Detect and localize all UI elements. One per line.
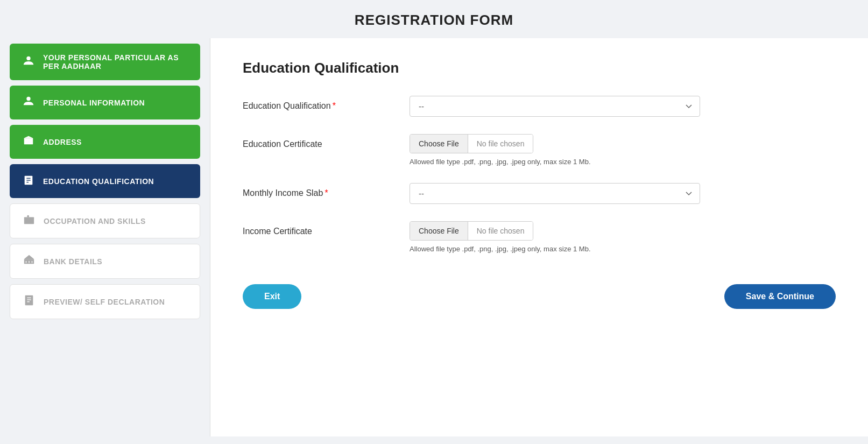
required-star-2: * bbox=[324, 188, 328, 198]
form-actions: Exit Save & Continue bbox=[243, 279, 836, 309]
sidebar-item-occupation-skills: OCCUPATION AND SKILLS bbox=[10, 203, 200, 238]
education-certificate-label: Education Certificate bbox=[243, 134, 393, 149]
monthly-income-slab-select[interactable]: -- bbox=[410, 183, 700, 204]
sidebar-item-education-label: EDUCATION QUALIFICATION bbox=[43, 177, 154, 186]
income-certificate-choose-btn[interactable]: Choose File bbox=[410, 222, 468, 240]
sidebar-item-personal-information-label: PERSONAL INFORMATION bbox=[43, 98, 145, 107]
main-content: Education Qualification Education Qualif… bbox=[210, 38, 868, 436]
income-certificate-no-file: No file chosen bbox=[468, 222, 533, 240]
education-certificate-no-file: No file chosen bbox=[468, 135, 533, 153]
education-qualification-label: Education Qualification* bbox=[243, 96, 393, 111]
sidebar-item-personal-particular-label: YOUR PERSONAL PARTICULAR AS PER AADHAAR bbox=[43, 53, 188, 71]
required-star: * bbox=[333, 101, 336, 110]
page-title: REGISTRATION FORM bbox=[0, 0, 868, 38]
education-qualification-control: -- bbox=[410, 96, 700, 117]
education-qualification-group: Education Qualification* -- bbox=[243, 96, 836, 117]
save-continue-button[interactable]: Save & Continue bbox=[724, 284, 836, 309]
education-qualification-select[interactable]: -- bbox=[410, 96, 700, 117]
sidebar-item-personal-information[interactable]: PERSONAL INFORMATION bbox=[10, 86, 200, 119]
education-certificate-hint: Allowed file type .pdf, .png, .jpg, .jpe… bbox=[410, 158, 700, 166]
sidebar-item-address-label: ADDRESS bbox=[43, 138, 82, 146]
occupation-icon bbox=[22, 214, 36, 228]
monthly-income-slab-control: -- bbox=[410, 183, 700, 204]
education-certificate-choose-btn[interactable]: Choose File bbox=[410, 135, 468, 153]
income-certificate-file-input: Choose File No file chosen bbox=[410, 221, 533, 241]
bank-icon bbox=[22, 254, 36, 269]
preview-icon bbox=[22, 294, 36, 309]
education-certificate-control: Choose File No file chosen Allowed file … bbox=[410, 134, 700, 166]
exit-button[interactable]: Exit bbox=[243, 284, 301, 309]
svg-marker-11 bbox=[24, 255, 34, 259]
sidebar-item-occupation-label: OCCUPATION AND SKILLS bbox=[44, 217, 146, 225]
svg-rect-15 bbox=[25, 295, 33, 305]
sidebar-item-address[interactable]: ADDRESS bbox=[10, 125, 200, 159]
education-icon bbox=[22, 174, 36, 188]
monthly-income-slab-label: Monthly Income Slab* bbox=[243, 183, 393, 198]
sidebar-item-preview-declaration: PREVIEW/ SELF DECLARATION bbox=[10, 284, 200, 319]
education-certificate-group: Education Certificate Choose File No fil… bbox=[243, 134, 836, 166]
sidebar-item-personal-particular[interactable]: YOUR PERSONAL PARTICULAR AS PER AADHAAR bbox=[10, 44, 200, 80]
svg-point-1 bbox=[26, 97, 30, 101]
sidebar-item-preview-label: PREVIEW/ SELF DECLARATION bbox=[44, 298, 165, 306]
sidebar-item-education-qualification[interactable]: EDUCATION QUALIFICATION bbox=[10, 164, 200, 198]
sidebar: YOUR PERSONAL PARTICULAR AS PER AADHAAR … bbox=[0, 38, 210, 436]
income-certificate-control: Choose File No file chosen Allowed file … bbox=[410, 221, 700, 253]
address-icon bbox=[22, 135, 36, 149]
education-certificate-file-input: Choose File No file chosen bbox=[410, 134, 533, 153]
person-icon bbox=[22, 55, 36, 69]
svg-rect-2 bbox=[24, 138, 33, 144]
income-certificate-hint: Allowed file type .pdf, .png, .jpg, .jpe… bbox=[410, 245, 700, 253]
sidebar-item-bank-label: BANK DETAILS bbox=[44, 257, 102, 266]
svg-rect-9 bbox=[24, 217, 34, 224]
sidebar-item-bank-details: BANK DETAILS bbox=[10, 244, 200, 279]
income-certificate-label: Income Certificate bbox=[243, 221, 393, 236]
section-title: Education Qualification bbox=[243, 60, 836, 76]
svg-point-0 bbox=[26, 56, 30, 60]
person-icon-2 bbox=[22, 95, 36, 110]
monthly-income-slab-group: Monthly Income Slab* -- bbox=[243, 183, 836, 204]
income-certificate-group: Income Certificate Choose File No file c… bbox=[243, 221, 836, 253]
